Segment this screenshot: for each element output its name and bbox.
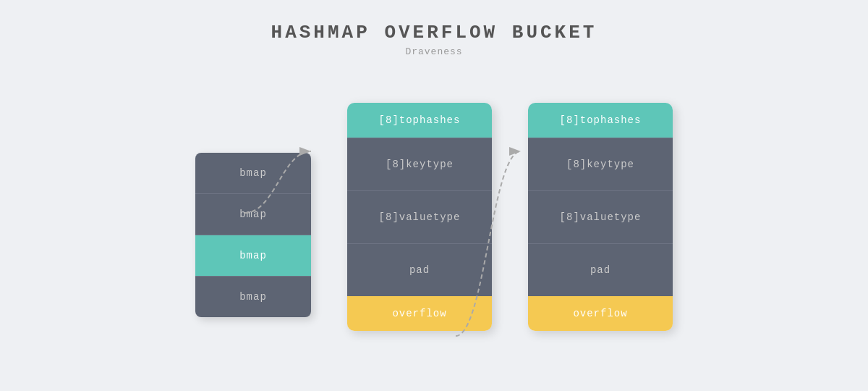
bucket1-header: [8]tophashes [347,103,492,138]
title-section: HASHMAP OVERFLOW BUCKET Draveness [271,22,597,57]
bmap-cell-0: bmap [195,153,311,194]
page-subtitle: Draveness [271,46,597,57]
diagram: bmap bmap bmap bmap [8]tophashes [8]keyt… [109,79,760,354]
bucket2-row-2: pad [528,243,673,296]
bucket2-row-0: [8]keytype [528,138,673,190]
bmap-array: bmap bmap bmap bmap [195,153,311,317]
bmap-cell-2: bmap [195,235,311,277]
bucket1-footer: overflow [347,296,492,331]
bucket2-header: [8]tophashes [528,103,673,138]
bmap-cell-1: bmap [195,194,311,235]
bucket2-row-1: [8]valuetype [528,190,673,243]
page-title: HASHMAP OVERFLOW BUCKET [271,22,597,43]
bucket1-row-1: [8]valuetype [347,190,492,243]
bucket1-row-0: [8]keytype [347,138,492,190]
bmap-cell-3: bmap [195,277,311,317]
bucket1-row-2: pad [347,243,492,296]
bucket-2: [8]tophashes [8]keytype [8]valuetype pad… [528,103,673,331]
bucket-1: [8]tophashes [8]keytype [8]valuetype pad… [347,103,492,331]
bucket2-footer: overflow [528,296,673,331]
